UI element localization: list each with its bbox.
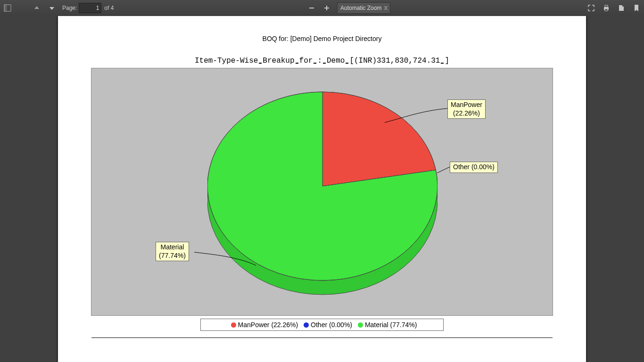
page-number-input[interactable] <box>79 3 101 13</box>
page-count: of 4 <box>104 5 114 11</box>
slice-label-manpower: ManPower(22.26%) <box>447 99 486 119</box>
download-icon[interactable] <box>615 1 628 15</box>
next-page-icon[interactable] <box>45 1 58 15</box>
bookmark-icon[interactable] <box>630 1 643 15</box>
zoom-select[interactable]: Automatic Zoom <box>337 2 390 14</box>
pdf-viewport[interactable]: BOQ for: [Demo] Demo Project Directory I… <box>0 16 644 362</box>
pdf-toolbar: Page: of 4 Automatic Zoom <box>0 0 644 16</box>
svg-rect-4 <box>326 6 327 10</box>
legend-swatch-material <box>358 322 363 328</box>
zoom-in-icon[interactable] <box>320 1 333 15</box>
document-title: BOQ for: [Demo] Demo Project Directory <box>58 35 586 42</box>
chart-legend: ManPower (22.26%) Other (0.00%) Material… <box>200 319 444 331</box>
chart-title: Item-Type-WiseBreakupfor:Demo[(INR)331,8… <box>58 57 586 65</box>
legend-swatch-manpower <box>231 322 236 328</box>
slice-label-material: Material(77.74%) <box>156 242 189 261</box>
legend-item-other: Other (0.00%) <box>311 321 352 329</box>
chart-plot-area: ManPower(22.26%) Other (0.00%) Material(… <box>91 68 553 316</box>
toggle-sidebar-icon[interactable] <box>1 1 14 15</box>
page-label: Page: <box>62 5 77 11</box>
fullscreen-icon[interactable] <box>585 1 598 15</box>
svg-rect-1 <box>4 5 7 11</box>
legend-swatch-other <box>304 322 309 328</box>
pie-chart <box>207 87 438 309</box>
prev-page-icon[interactable] <box>30 1 43 15</box>
svg-rect-2 <box>309 8 314 8</box>
page-divider <box>91 337 553 338</box>
legend-item-manpower: ManPower (22.26%) <box>238 321 298 329</box>
pdf-page: BOQ for: [Demo] Demo Project Directory I… <box>58 16 586 362</box>
print-icon[interactable] <box>600 1 613 15</box>
slice-label-other: Other (0.00%) <box>450 162 498 173</box>
zoom-out-icon[interactable] <box>305 1 318 15</box>
legend-item-material: Material (77.74%) <box>365 321 417 329</box>
svg-rect-6 <box>605 5 608 7</box>
svg-rect-7 <box>605 9 608 11</box>
